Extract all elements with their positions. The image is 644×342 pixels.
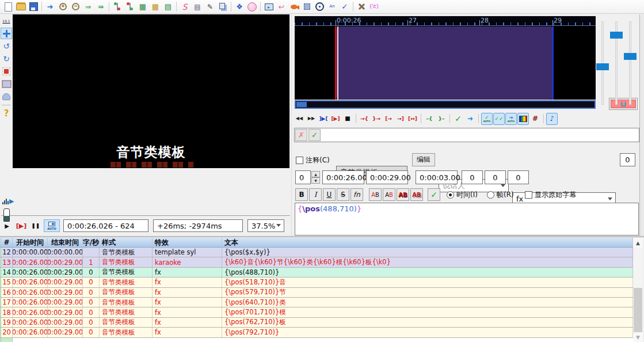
open-file-icon[interactable]	[14, 1, 27, 13]
end-time-field[interactable]: 0:00:29.00	[366, 170, 408, 184]
start-time-field[interactable]: 0:00:26.00	[322, 170, 364, 184]
zoom-out-icon[interactable]	[69, 1, 82, 13]
scroll-down-icon[interactable]: ▼	[633, 332, 643, 342]
table-row[interactable]: 130:00:26.000:00:29.001音节类模板karaoke{\k60…	[0, 257, 633, 267]
duration-field[interactable]: 0:00:03.00	[416, 170, 458, 184]
layer-suffix-field[interactable]: 0	[620, 153, 635, 166]
table-row[interactable]: 170:00:26.000:00:29.000音节类模板fx{\pos(640,…	[0, 298, 633, 307]
video-auto-scroll-toggle[interactable]: AUTO	[44, 219, 60, 232]
snap-start-marker-icon[interactable]	[111, 1, 124, 13]
play-500ms-before-button[interactable]: →{	[359, 113, 370, 125]
timing-grid-icon[interactable]: ▤	[162, 1, 174, 13]
shift-end-button[interactable]: }–	[436, 113, 447, 125]
hook-icon[interactable]: ↩	[275, 1, 288, 13]
zoom-in-icon[interactable]	[56, 1, 69, 13]
frame-radio[interactable]	[487, 191, 494, 199]
rotate-xy-icon[interactable]: ↻	[1, 53, 12, 64]
properties-icon[interactable]: An	[326, 1, 338, 13]
table-row[interactable]: 140:00:26.000:00:29.000音节类模板fx{\pos(488,…	[0, 268, 633, 278]
stop-button[interactable]: ■	[342, 113, 353, 125]
audio-selection-end-marker[interactable]	[552, 26, 554, 100]
kanji-timer-icon[interactable]	[288, 1, 300, 13]
vector-clip-icon[interactable]	[1, 91, 12, 102]
options-icon[interactable]	[355, 1, 368, 13]
table-row[interactable]: 190:00:26.000:00:29.000音节类模板fx{\pos(762,…	[0, 318, 633, 328]
outline-color-button[interactable]: AB	[397, 188, 409, 201]
video-play-line-button[interactable]: [▶]	[14, 220, 29, 231]
play-first-500ms-button[interactable]: [→	[383, 113, 394, 125]
audio-scrollbar[interactable]	[295, 100, 596, 109]
primary-color-button[interactable]: AB	[369, 188, 382, 201]
video-play-button[interactable]: ▶	[2, 220, 12, 231]
shift-start-button[interactable]: –{	[424, 113, 435, 125]
spell-checker-icon[interactable]: ✓	[338, 1, 351, 13]
audio-scrollbar-thumb[interactable]	[296, 102, 307, 107]
audio-selection[interactable]	[337, 26, 554, 100]
table-row[interactable]: 120:00:00.000:00:00.00音节类模板template syl{…	[0, 248, 633, 257]
spin-down-icon[interactable]: ▼	[311, 177, 320, 184]
auto-commit-toggle[interactable]: ✓AUTO	[481, 113, 493, 125]
jump-to-icon[interactable]: ➜	[44, 1, 56, 13]
snap-end-marker-icon[interactable]	[124, 1, 136, 13]
spin-up-icon[interactable]: ▲	[311, 171, 320, 177]
karaoke-cancel-button[interactable]: ✗	[295, 129, 307, 141]
transform-icon[interactable]: {\t}	[368, 1, 380, 13]
play-after-end-button[interactable]: [↔]	[407, 113, 418, 125]
play-last-500ms-button[interactable]: →]	[395, 113, 406, 125]
horizontal-zoom-slider-thumb[interactable]	[596, 63, 609, 70]
scroll-up-icon[interactable]: ▲	[633, 238, 643, 248]
font-button[interactable]: fn	[350, 188, 363, 201]
new-file-icon[interactable]	[2, 1, 14, 13]
margin-vertical-field[interactable]: 0	[508, 170, 529, 184]
show-original-checkbox[interactable]	[525, 191, 532, 199]
layer-stepper[interactable]: ▲ ▼	[311, 171, 320, 184]
sub-start-to-video-icon[interactable]: ⇒	[82, 1, 94, 13]
grid-scrollbar-thumb[interactable]	[634, 288, 642, 335]
rotate-z-icon[interactable]: ↺	[1, 40, 12, 52]
margin-right-field[interactable]: 0	[485, 170, 506, 184]
karaoke-accept-button[interactable]: ✓	[308, 129, 321, 141]
karaoke-mode-toggle[interactable]: ♪	[546, 113, 558, 125]
shift-times-icon[interactable]: ✎	[204, 1, 216, 13]
bold-button[interactable]: B	[295, 188, 308, 201]
about-icon[interactable]	[246, 1, 258, 13]
video-zoom-grid-icon[interactable]: ▦	[136, 1, 149, 13]
rect-clip-icon[interactable]	[1, 78, 12, 90]
medusa-timing-toggle[interactable]: #	[529, 113, 541, 125]
go-to-next-button[interactable]: ➜	[464, 113, 476, 125]
spectrum-mode-toggle[interactable]	[517, 113, 529, 125]
audio-display[interactable]: 0:00:26272829	[295, 16, 596, 100]
table-row[interactable]: 160:00:26.000:00:29.000音节类模板fx{\pos(579,…	[0, 288, 633, 298]
video-zoom-select[interactable]: 37.5%	[247, 219, 284, 232]
video-preview[interactable]: 音节类模板	[13, 14, 289, 168]
audio-selection-start-marker[interactable]	[335, 26, 337, 100]
rewind-button[interactable]: ◀◀	[294, 113, 305, 125]
export-icon[interactable]	[216, 1, 229, 13]
sub-end-to-video-icon[interactable]: ⇛	[94, 1, 107, 13]
margin-left-field[interactable]: 0	[462, 170, 483, 184]
strikeout-button[interactable]: S	[337, 188, 349, 201]
automation-icon[interactable]: ❖	[233, 1, 246, 13]
auto-play-toggle[interactable]: ➜AUTO	[505, 113, 517, 125]
standard-mode-icon[interactable]: 10.1	[1, 15, 12, 26]
commit-edit-button[interactable]: ✓	[428, 188, 440, 201]
subtitle-text-editor[interactable]: {\pos(488,710)}	[295, 203, 639, 235]
comment-checkbox[interactable]	[296, 157, 303, 164]
fast-forward-button[interactable]: ▶▶	[306, 113, 317, 125]
volume-slider-thumb[interactable]	[624, 53, 637, 60]
scale-tool-icon[interactable]	[1, 66, 12, 77]
timing-postprocessor-icon[interactable]	[313, 1, 326, 13]
volume-slider-track[interactable]	[629, 21, 631, 105]
underline-button[interactable]: U	[323, 188, 336, 201]
commit-button[interactable]: ✓	[452, 113, 464, 125]
table-row[interactable]: 180:00:26.000:00:29.000音节类模板fx{\pos(701,…	[0, 307, 633, 317]
play-500ms-after-button[interactable]: }→	[371, 113, 382, 125]
play-selection-button[interactable]: ]▶[	[318, 113, 329, 125]
video-seek-track[interactable]	[1, 215, 290, 216]
time-radio[interactable]	[447, 191, 454, 199]
grid-scrollbar[interactable]: ▲ ▼	[633, 238, 643, 342]
resample-icon[interactable]	[262, 1, 275, 13]
layer-field[interactable]: 0	[295, 170, 311, 184]
video-frame-icon[interactable]: ▦	[149, 1, 162, 13]
select-area-icon[interactable]	[300, 1, 313, 13]
